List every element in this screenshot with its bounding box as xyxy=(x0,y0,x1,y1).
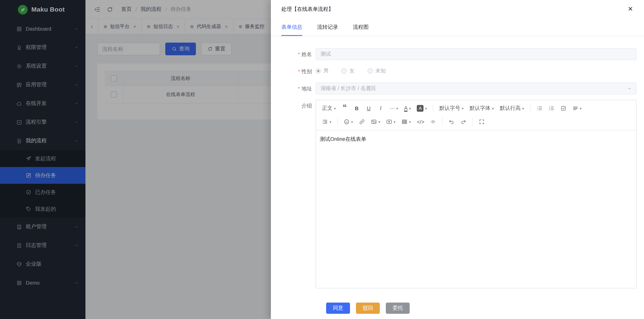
bg-color-icon: A xyxy=(417,105,424,112)
line-height-dropdown[interactable]: 默认行高▾ xyxy=(498,102,526,114)
app-root: Maku Boot Dashboard 权限管理 系统设置 应用管理 在线开发 xyxy=(0,0,644,319)
paragraph-style-label: 正文 xyxy=(322,105,332,112)
caret-down-icon: ▾ xyxy=(522,106,524,110)
caret-down-icon: ▾ xyxy=(409,106,411,110)
horizontal-rule-icon xyxy=(430,119,436,125)
caret-down-icon: ▾ xyxy=(394,120,396,124)
blockquote-button[interactable]: “ xyxy=(340,102,350,114)
video-icon xyxy=(386,119,392,125)
todo-list-icon xyxy=(560,105,566,111)
align-icon xyxy=(572,105,578,111)
fullscreen-button[interactable] xyxy=(477,116,487,128)
tab-flow-records[interactable]: 流转记录 xyxy=(317,21,338,36)
toolbar-divider xyxy=(433,104,434,112)
paragraph-style-dropdown[interactable]: 正文▾ xyxy=(320,102,338,114)
blockquote-icon: “ xyxy=(343,106,347,111)
indent-icon xyxy=(322,119,328,125)
rich-text-editor: 正文▾ “ B U I ⋯▾ A▾ A▾ 默认字号▾ 默认字体▾ 默认行高▾ xyxy=(316,100,636,288)
radio-dot-icon xyxy=(316,68,321,74)
drawer-form: 姓名 性别 男 女 未知 xyxy=(271,36,644,314)
gender-radio-group: 男 女 未知 xyxy=(316,68,397,75)
emoji-dropdown[interactable]: ▾ xyxy=(342,116,355,128)
form-row-intro: 介绍 正文▾ “ B U I ⋯▾ A▾ A▾ xyxy=(281,100,636,288)
reject-button[interactable]: 驳回 xyxy=(356,302,380,314)
chevron-down-icon xyxy=(627,86,632,91)
bg-color-dropdown[interactable]: A▾ xyxy=(415,102,429,114)
address-select[interactable]: 湖南省 / 长沙市 / 岳麓区 xyxy=(316,83,636,95)
code-icon: </> xyxy=(417,119,424,125)
radio-dot-icon xyxy=(368,68,373,74)
tab-form-info[interactable]: 表单信息 xyxy=(281,21,302,36)
agree-button[interactable]: 同意 xyxy=(326,302,350,314)
caret-down-icon: ▾ xyxy=(396,106,398,110)
caret-down-icon: ▾ xyxy=(492,106,494,110)
ordered-list-icon: 123 xyxy=(548,105,554,111)
fullscreen-icon xyxy=(479,119,485,125)
caret-down-icon: ▾ xyxy=(462,106,464,110)
radio-male[interactable]: 男 xyxy=(316,68,329,74)
radio-dot-icon xyxy=(342,68,347,74)
name-label: 姓名 xyxy=(281,48,316,60)
toolbar-divider xyxy=(337,118,338,126)
radio-label: 男 xyxy=(324,68,329,74)
delegate-button[interactable]: 委托 xyxy=(386,302,410,314)
editor-content[interactable]: 测试Online在线表单 xyxy=(316,130,636,288)
ordered-list-button[interactable]: 123 xyxy=(546,102,556,114)
redo-icon xyxy=(460,119,466,125)
svg-text:3: 3 xyxy=(549,109,550,111)
emoji-icon xyxy=(344,119,350,125)
editor-toolbar: 正文▾ “ B U I ⋯▾ A▾ A▾ 默认字号▾ 默认字体▾ 默认行高▾ xyxy=(316,100,636,130)
drawer-tabs: 表单信息 流转记录 流程图 xyxy=(271,21,644,36)
bold-button[interactable]: B xyxy=(352,102,362,114)
undo-button[interactable] xyxy=(446,116,457,128)
image-dropdown[interactable]: ▾ xyxy=(369,116,382,128)
redo-button[interactable] xyxy=(458,116,469,128)
code-block-button[interactable]: </> xyxy=(414,116,427,128)
address-label: 地址 xyxy=(281,83,316,95)
drawer-title: 处理【在线表单流程】 xyxy=(281,6,334,13)
drawer-header: 处理【在线表单流程】 × xyxy=(271,0,644,19)
indent-dropdown[interactable]: ▾ xyxy=(320,116,334,128)
process-drawer: 处理【在线表单流程】 × 表单信息 流转记录 流程图 姓名 性别 男 xyxy=(271,0,644,319)
radio-label: 未知 xyxy=(375,68,386,74)
radio-label: 女 xyxy=(350,68,355,74)
undo-icon xyxy=(449,119,455,125)
radio-unknown[interactable]: 未知 xyxy=(368,68,386,74)
bullet-list-button[interactable] xyxy=(534,102,544,114)
gender-label: 性别 xyxy=(281,65,316,77)
radio-female[interactable]: 女 xyxy=(342,68,355,74)
caret-down-icon: ▾ xyxy=(351,120,353,124)
drawer-actions: 同意 驳回 委托 xyxy=(281,293,636,314)
address-value: 湖南省 / 长沙市 / 岳麓区 xyxy=(320,85,376,92)
name-field[interactable] xyxy=(316,48,636,60)
form-row-address: 地址 湖南省 / 长沙市 / 岳麓区 xyxy=(281,83,636,95)
horizontal-rule-button[interactable] xyxy=(428,116,438,128)
toolbar-divider xyxy=(442,118,443,126)
caret-down-icon: ▾ xyxy=(580,106,582,110)
font-color-dropdown[interactable]: A▾ xyxy=(402,102,413,114)
link-icon xyxy=(359,119,365,125)
link-button[interactable] xyxy=(357,116,367,128)
todo-list-button[interactable] xyxy=(558,102,568,114)
form-row-name: 姓名 xyxy=(281,48,636,60)
drawer-close-button[interactable]: × xyxy=(626,5,635,14)
tab-flow-diagram[interactable]: 流程图 xyxy=(353,21,369,36)
video-dropdown[interactable]: ▾ xyxy=(384,116,398,128)
toolbar-divider xyxy=(472,118,473,126)
italic-button[interactable]: I xyxy=(375,102,386,114)
table-dropdown[interactable]: ▾ xyxy=(399,116,413,128)
caret-down-icon: ▾ xyxy=(334,106,336,110)
caret-down-icon: ▾ xyxy=(378,120,380,124)
bullet-list-icon xyxy=(536,105,542,111)
caret-down-icon: ▾ xyxy=(425,106,427,110)
font-family-dropdown[interactable]: 默认字体▾ xyxy=(467,102,496,114)
caret-down-icon: ▾ xyxy=(409,120,411,124)
align-dropdown[interactable]: ▾ xyxy=(570,102,584,114)
toolbar-divider xyxy=(530,104,530,112)
intro-label: 介绍 xyxy=(281,100,316,112)
image-icon xyxy=(371,119,377,125)
underline-button[interactable]: U xyxy=(364,102,374,114)
more-styles-dropdown[interactable]: ⋯▾ xyxy=(387,102,400,114)
form-row-gender: 性别 男 女 未知 xyxy=(281,65,636,77)
font-size-dropdown[interactable]: 默认字号▾ xyxy=(437,102,466,114)
